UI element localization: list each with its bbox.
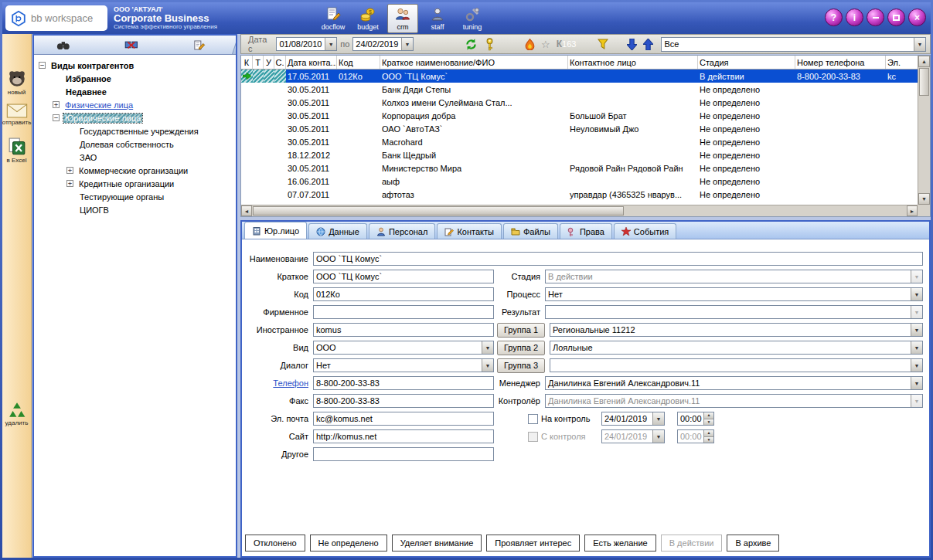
tree-node-individuals[interactable]: +Физические лица: [36, 98, 234, 111]
tree-node-tsiogv[interactable]: ЦИОГВ: [36, 203, 234, 216]
tree-node-legal-entities[interactable]: −Юридические лица: [36, 111, 234, 124]
tree-tab-search[interactable]: [34, 36, 103, 54]
module-budget[interactable]: $ budget: [352, 4, 383, 33]
tree-node-state-institutions[interactable]: Государственные учреждения: [36, 124, 234, 137]
group2-select[interactable]: Лояльные▼: [550, 341, 923, 355]
delete-button[interactable]: удалить: [2, 402, 31, 426]
tree-tab-edit[interactable]: [161, 36, 236, 54]
move-down-button[interactable]: [627, 39, 637, 50]
tab-events[interactable]: События: [614, 223, 676, 239]
collapse-expander-icon[interactable]: −: [53, 114, 60, 121]
tree-node-commercial-orgs[interactable]: +Коммерческие организации: [36, 164, 234, 177]
tree-node-recent[interactable]: Недавнее: [36, 85, 234, 98]
k-filter-button[interactable]: К: [557, 39, 562, 49]
maximize-button[interactable]: [887, 8, 905, 26]
brand-name-field[interactable]: [313, 305, 494, 319]
horizontal-scrollbar[interactable]: ◄ ►: [241, 205, 918, 216]
manager-select[interactable]: Данилинка Евгений Александрович.11▼: [545, 376, 923, 390]
tree-node-favorites[interactable]: Избранное: [36, 72, 234, 85]
chevron-down-icon[interactable]: ▼: [911, 288, 922, 300]
collapse-expander-icon[interactable]: −: [39, 62, 46, 69]
vertical-scrollbar[interactable]: ▲ ▼: [918, 56, 930, 205]
chevron-down-icon[interactable]: ▼: [911, 377, 922, 389]
group1-select[interactable]: Региональные 11212▼: [550, 323, 923, 337]
key-button[interactable]: [485, 38, 494, 51]
chevron-down-icon[interactable]: ▼: [914, 38, 925, 51]
other-field[interactable]: [313, 447, 494, 461]
status-desire-button[interactable]: Есть желание: [584, 535, 656, 552]
hot-filter-button[interactable]: [525, 39, 535, 50]
table-row[interactable]: 30.05.2011 Корпорация добра Большой Брат…: [241, 109, 918, 122]
status-attention-button[interactable]: Уделяет внимание: [392, 535, 482, 552]
info-button[interactable]: i: [846, 8, 863, 26]
table-row[interactable]: 30.05.2011 Колхоз имени Сулеймана Стал..…: [241, 96, 918, 109]
chevron-down-icon[interactable]: ▼: [482, 341, 493, 354]
refresh-button[interactable]: [465, 38, 478, 51]
module-docflow[interactable]: docflow: [318, 4, 349, 33]
status-interest-button[interactable]: Проявляет интерес: [486, 535, 580, 552]
column-header[interactable]: Дата конта...: [286, 56, 337, 69]
fax-field[interactable]: [313, 394, 494, 408]
horizontal-scroll-thumb[interactable]: [253, 206, 624, 216]
column-header[interactable]: Контактное лицо: [568, 56, 698, 69]
minimize-button[interactable]: [867, 8, 884, 26]
scroll-down-button[interactable]: ▼: [918, 193, 930, 205]
chevron-down-icon[interactable]: ▼: [911, 359, 922, 372]
kind-select[interactable]: ООО▼: [313, 341, 494, 355]
column-header[interactable]: Краткое наименование/ФИО: [380, 56, 568, 69]
on-control-time-spinner[interactable]: 00:00▲▼: [677, 412, 714, 426]
scroll-left-button[interactable]: ◄: [241, 205, 252, 216]
status-rejected-button[interactable]: Отклонено: [245, 535, 305, 552]
group3-button[interactable]: Группа 3: [497, 358, 545, 373]
spin-down-icon[interactable]: ▼: [704, 419, 713, 426]
table-row[interactable]: 18.12.2012 Банк Щедрый Не определено: [241, 148, 918, 161]
process-select[interactable]: Нет▼: [545, 287, 923, 301]
name-field[interactable]: [313, 252, 923, 266]
tree-node-shared-ownership[interactable]: Долевая собственность: [36, 137, 234, 151]
group2-button[interactable]: Группа 2: [497, 341, 545, 355]
column-header[interactable]: К: [241, 56, 253, 69]
expand-expander-icon[interactable]: +: [66, 167, 73, 174]
scroll-up-button[interactable]: ▲: [918, 56, 930, 67]
site-field[interactable]: [313, 429, 494, 443]
move-up-button[interactable]: [643, 39, 653, 50]
chevron-down-icon[interactable]: ▼: [482, 359, 493, 372]
close-button[interactable]: ×: [908, 8, 926, 26]
funnel-filter-button[interactable]: [598, 39, 608, 49]
expand-expander-icon[interactable]: +: [53, 101, 60, 108]
group3-select[interactable]: ▼: [550, 358, 923, 372]
chevron-down-icon[interactable]: ▼: [325, 38, 336, 50]
dialog-select[interactable]: Нет▼: [313, 358, 494, 372]
on-control-date-picker[interactable]: 24/01/2019▼: [601, 412, 665, 426]
status-undefined-button[interactable]: Не определено: [310, 535, 387, 552]
tab-contacts[interactable]: Контакты: [437, 223, 502, 239]
column-header[interactable]: Номер телефона: [795, 56, 886, 69]
new-record-button[interactable]: новый: [2, 68, 31, 96]
tree-node-testing-bodies[interactable]: Тестирующие органы: [36, 190, 234, 203]
chevron-down-icon[interactable]: ▼: [911, 341, 922, 354]
group1-button[interactable]: Группа 1: [497, 323, 545, 338]
module-crm[interactable]: crm: [387, 4, 418, 33]
column-header[interactable]: У: [264, 56, 274, 69]
short-name-field[interactable]: [313, 270, 494, 283]
table-row-selected[interactable]: 17.05.2011 012Ко ООО `ТЦ Комус` В действ…: [241, 70, 918, 83]
code-field[interactable]: [313, 287, 494, 301]
tab-data[interactable]: Данные: [308, 223, 367, 239]
tab-personnel[interactable]: Персонал: [369, 223, 436, 239]
tab-files[interactable]: Файлы: [503, 223, 558, 239]
table-row[interactable]: 30.05.2011 ОАО `АвтоТАЗ` Неуловимый Джо …: [241, 122, 918, 135]
star-filter-button[interactable]: ☆: [541, 39, 550, 50]
filter-all-select[interactable]: Все▼: [661, 37, 926, 52]
tree-tab-clients[interactable]: [93, 36, 171, 54]
table-row[interactable]: 30.05.2011 Министерство Мира Рядовой Рай…: [241, 161, 918, 175]
tab-legal-entity[interactable]: Юр.лицо: [244, 222, 307, 239]
column-header[interactable]: С.: [274, 56, 286, 69]
tab-rights[interactable]: Права: [560, 223, 612, 239]
tree-node-credit-orgs[interactable]: +Кредитные организации: [36, 177, 234, 190]
phone-field[interactable]: [313, 376, 494, 390]
export-excel-button[interactable]: в Excel: [2, 137, 31, 164]
tree-node-root[interactable]: −Виды контрагентов: [36, 59, 234, 72]
column-header[interactable]: Код: [337, 56, 380, 69]
expand-expander-icon[interactable]: +: [66, 180, 73, 187]
chevron-down-icon[interactable]: ▼: [911, 324, 922, 336]
